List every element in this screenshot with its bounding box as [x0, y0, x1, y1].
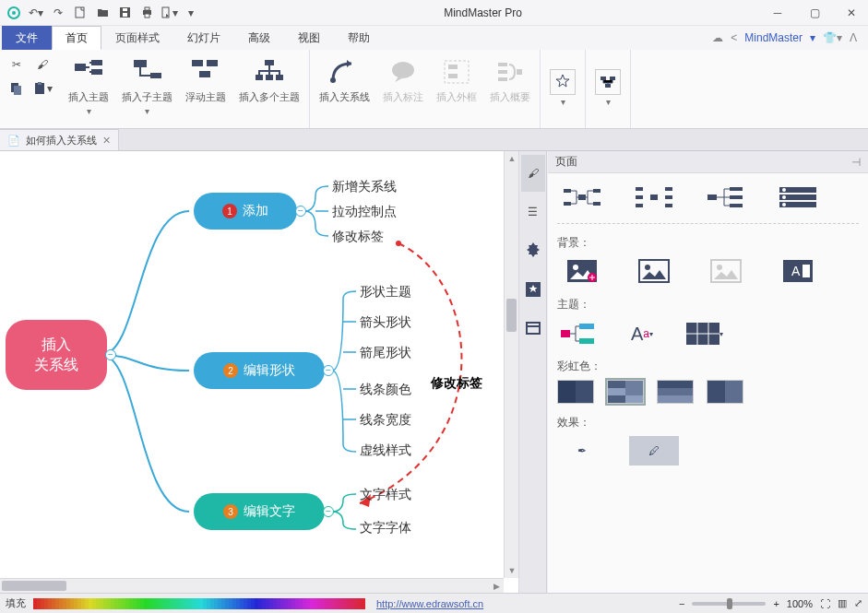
shirt-icon[interactable]: 👕▾: [823, 31, 842, 44]
tab-help[interactable]: 帮助: [334, 26, 384, 50]
tab-file[interactable]: 文件: [2, 26, 52, 50]
node-add-handle[interactable]: −: [295, 206, 306, 217]
tab-home[interactable]: 首页: [52, 26, 101, 50]
node-edit-text-handle[interactable]: −: [323, 506, 334, 517]
sidetool-fav-icon[interactable]: [521, 271, 545, 308]
workspace: 插入关系线 − 1添加 − 新增关系线 拉动控制点 修改标签 2编辑形状 − 形…: [0, 151, 868, 593]
undo-icon[interactable]: ↶▾: [26, 3, 46, 23]
leaf[interactable]: 线条宽度: [360, 412, 411, 429]
leaf[interactable]: 修改标签: [332, 229, 384, 245]
panel-pin-icon[interactable]: ⊣: [851, 156, 861, 169]
layout-opt-4[interactable]: [773, 183, 823, 212]
qa-more-icon[interactable]: ▾: [181, 3, 201, 23]
close-button[interactable]: ✕: [838, 4, 864, 22]
open-icon[interactable]: [92, 3, 113, 23]
layout-opt-2[interactable]: [629, 183, 679, 212]
node-root[interactable]: 插入关系线: [6, 320, 107, 390]
leaf[interactable]: 箭尾形状: [360, 345, 411, 361]
node-edit-shape[interactable]: 2编辑形状: [194, 352, 325, 389]
bg-opt-1[interactable]: [557, 256, 607, 286]
zoom-in-icon[interactable]: +: [773, 598, 779, 609]
bg-opt-4[interactable]: A: [773, 256, 823, 286]
leaf[interactable]: 虚线样式: [360, 442, 411, 459]
node-add[interactable]: 1添加: [194, 193, 297, 230]
new-icon[interactable]: [70, 3, 90, 23]
zoom-out-icon[interactable]: −: [679, 598, 684, 609]
insert-multi-button[interactable]: 插入多个主题: [235, 53, 303, 123]
bg-opt-3[interactable]: [701, 256, 751, 286]
save-icon[interactable]: [114, 3, 135, 23]
scroll-thumb-v[interactable]: [506, 299, 517, 332]
logo-icon[interactable]: [4, 3, 24, 23]
copy-icon[interactable]: [5, 78, 29, 99]
cloud-icon[interactable]: ☁: [712, 31, 723, 44]
ribbon-extra-1: ▾: [541, 50, 586, 128]
sidetool-calendar-icon[interactable]: [521, 310, 545, 347]
paste-icon[interactable]: ▾: [30, 78, 54, 99]
scrollbar-vertical[interactable]: ▲ ▼: [504, 151, 518, 578]
scroll-thumb-h[interactable]: [2, 581, 66, 591]
document-tab[interactable]: 📄 如何插入关系线 ✕: [0, 129, 119, 150]
doc-tab-close-icon[interactable]: ✕: [102, 135, 111, 147]
app-title: MindMaster Pro: [201, 6, 765, 19]
ribbon-extra-btn-1[interactable]: [546, 67, 579, 97]
node-edit-text[interactable]: 3编辑文字: [194, 493, 325, 530]
tab-page-style[interactable]: 页面样式: [101, 26, 173, 50]
layout-opt-1[interactable]: [557, 183, 607, 212]
leaf[interactable]: 箭头形状: [360, 314, 411, 331]
fit-width-icon[interactable]: ▥: [838, 597, 847, 609]
maximize-button[interactable]: ▢: [802, 4, 827, 22]
ribbon-extra-btn-2[interactable]: [591, 67, 624, 97]
effect-pen-icon[interactable]: ✒: [557, 436, 607, 466]
tab-view[interactable]: 视图: [284, 26, 334, 50]
fullscreen-icon[interactable]: ⤢: [854, 597, 862, 609]
bg-opt-2[interactable]: [629, 256, 679, 286]
sidetool-brush-icon[interactable]: 🖌: [521, 155, 545, 192]
rainbow-4[interactable]: [707, 380, 743, 404]
redo-icon[interactable]: ↷: [48, 3, 68, 23]
scrollbar-horizontal[interactable]: ◀ ▶: [0, 578, 504, 593]
zoom-slider[interactable]: [692, 602, 766, 606]
floating-topic-button[interactable]: 浮动主题: [182, 53, 230, 123]
print-icon[interactable]: [137, 3, 157, 23]
sidetool-star-icon[interactable]: [521, 232, 545, 269]
scroll-up-icon[interactable]: ▲: [505, 151, 519, 166]
tab-slideshow[interactable]: 幻灯片: [173, 26, 234, 50]
theme-opt-1[interactable]: [557, 318, 601, 349]
sidetool-list-icon[interactable]: ☰: [521, 194, 545, 230]
color-strip[interactable]: [33, 598, 365, 609]
scroll-right-icon[interactable]: ▶: [489, 579, 504, 593]
relation-annotation[interactable]: 修改标签: [431, 375, 482, 392]
fit-page-icon[interactable]: ⛶: [820, 598, 830, 609]
theme-opt-3[interactable]: ▾: [683, 318, 727, 349]
status-link[interactable]: http://www.edrawsoft.cn: [376, 598, 483, 609]
cut-icon[interactable]: ✂: [5, 54, 29, 75]
leaf[interactable]: 文字字体: [360, 520, 411, 536]
tab-advanced[interactable]: 高级: [234, 26, 284, 50]
node-root-handle[interactable]: −: [105, 349, 116, 360]
insert-relation-button[interactable]: 插入关系线: [315, 53, 374, 123]
export-icon[interactable]: ▾: [159, 3, 179, 23]
rainbow-2[interactable]: [607, 380, 644, 404]
rainbow-3[interactable]: [657, 380, 694, 404]
leaf[interactable]: 线条颜色: [360, 382, 411, 398]
minimize-button[interactable]: ─: [765, 4, 791, 22]
format-painter-icon[interactable]: 🖌: [30, 54, 54, 75]
brand-label[interactable]: MindMaster: [744, 31, 803, 44]
leaf[interactable]: 拉动控制点: [332, 204, 397, 220]
leaf[interactable]: 形状主题: [360, 284, 411, 301]
scroll-down-icon[interactable]: ▼: [505, 563, 519, 578]
effect-brush-icon[interactable]: 🖊: [629, 436, 679, 466]
theme-opt-2[interactable]: Aa ▾: [620, 318, 664, 349]
layout-opt-3[interactable]: [701, 183, 751, 212]
theme-label: 主题：: [557, 297, 859, 312]
rainbow-1[interactable]: [557, 380, 594, 404]
node-edit-shape-handle[interactable]: −: [323, 365, 334, 376]
share-icon[interactable]: <: [731, 31, 737, 44]
leaf[interactable]: 新增关系线: [332, 179, 397, 195]
rainbow-label: 彩虹色：: [557, 359, 859, 374]
leaf[interactable]: 文字样式: [360, 487, 411, 503]
collapse-ribbon-icon[interactable]: ᐱ: [850, 31, 857, 44]
insert-topic-button[interactable]: 插入主题▾: [65, 53, 113, 123]
insert-subtopic-button[interactable]: 插入子主题▾: [118, 53, 176, 123]
